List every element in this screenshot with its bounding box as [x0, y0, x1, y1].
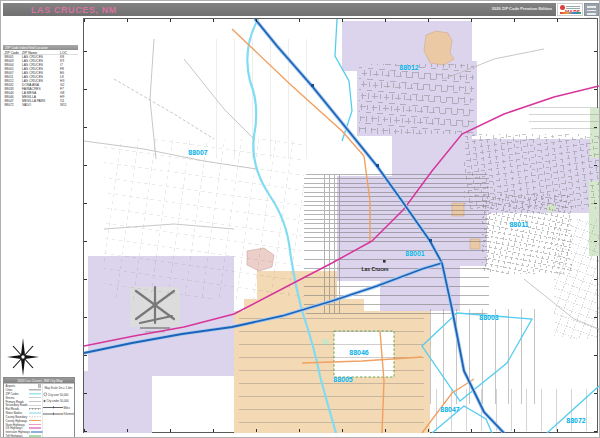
- minor-road: [84, 141, 256, 169]
- legend-swatch-line-green: [29, 435, 41, 436]
- highway-orange-valley: [364, 156, 370, 241]
- zip-index-row: 88072VADOW11: [3, 103, 78, 107]
- legend-box: 2020 Las Cruces, NM City Map AirportsCit…: [3, 377, 75, 438]
- edition-label: 2020 ZIP Code Premium Edition: [312, 6, 552, 11]
- map-roads: [84, 19, 599, 433]
- interstate-10-west: [84, 263, 442, 353]
- compass-rose: [5, 337, 41, 377]
- interstate-25-casing: [255, 19, 442, 263]
- zip-boundary-88003: [422, 313, 532, 401]
- minor-road: [104, 224, 234, 229]
- interstate-10-west-casing: [84, 263, 442, 353]
- logo-color-strip: [560, 12, 581, 14]
- col-zip-name: ZIP Name: [22, 50, 60, 54]
- publisher-info-box: [584, 3, 599, 16]
- scale-bar: [44, 407, 63, 408]
- zip-index-table: ZIP Code Index/Grid Location ZIP Code ZI…: [3, 45, 78, 109]
- minor-road: [524, 279, 599, 329]
- edition-label-wrap: 2020 ZIP Code Premium Edition: [312, 3, 552, 16]
- legend-swatch-line-dash: [29, 416, 41, 417]
- interchange-dot: [429, 239, 432, 242]
- zip-index-rows: 88001LAS CRUCESK888003LAS CRUCESK988004L…: [3, 55, 78, 107]
- scale-bar: [44, 413, 63, 414]
- highway-orange-university: [302, 357, 422, 363]
- legend-swatch-box-cyan: [29, 393, 41, 395]
- city-small-icon: [44, 400, 46, 402]
- legend-swatch-line-gray2: [29, 405, 41, 406]
- legend-scale-column: Map Scale 1in = 1.4miCity over 50,000Cit…: [42, 384, 75, 438]
- col-loc: LOC: [60, 50, 75, 54]
- legend-swatch-box-blue: [29, 412, 41, 414]
- interstate-10-east: [442, 263, 504, 433]
- legend-swatch-box-gray: [29, 389, 41, 391]
- legend-swatch-line-gray: [29, 401, 41, 402]
- city-large-icon: [44, 393, 48, 397]
- legend-swatch-airport: [38, 384, 41, 387]
- legend-swatch-line-magenta: [29, 428, 41, 429]
- legend-swatch-line-orange: [29, 420, 41, 421]
- us-70-east: [372, 86, 599, 241]
- highway-orange-sw: [422, 379, 474, 433]
- highway-orange-south: [380, 331, 384, 433]
- interstate-10-east-casing: [442, 263, 504, 433]
- city-center-marker: [383, 260, 386, 263]
- map-sheet: LAS CRUCES, NM 2020 ZIP Code Premium Edi…: [0, 0, 600, 438]
- map-canvas: [83, 18, 598, 433]
- title-bar: LAS CRUCES, NM 2020 ZIP Code Premium Edi…: [3, 3, 556, 16]
- us-70-west: [84, 241, 372, 346]
- minor-road: [184, 59, 254, 139]
- legend-swatch-line-rail: [29, 408, 41, 409]
- legend-scale-row: Kilometers: [44, 411, 75, 418]
- legend-item: Toll Highways: [6, 434, 42, 438]
- interchange-dot: [311, 84, 314, 87]
- legend-items: AirportsCitiesZIP CodesStreetsPrimary Ro…: [4, 384, 42, 438]
- minor-road: [150, 39, 156, 159]
- legend-swatch-line-pink: [29, 424, 41, 425]
- page-title: LAS CRUCES, NM: [3, 5, 117, 15]
- minor-road: [444, 49, 544, 79]
- col-zip-code: ZIP Code: [3, 50, 22, 54]
- interchange-dot: [376, 164, 379, 167]
- legend-swatch-line-thin: [29, 397, 41, 398]
- river-rio-grande: [247, 19, 336, 433]
- zip-boundary-88072: [547, 386, 599, 433]
- brand-logo: MAPS: [557, 3, 583, 16]
- minor-road: [114, 79, 214, 139]
